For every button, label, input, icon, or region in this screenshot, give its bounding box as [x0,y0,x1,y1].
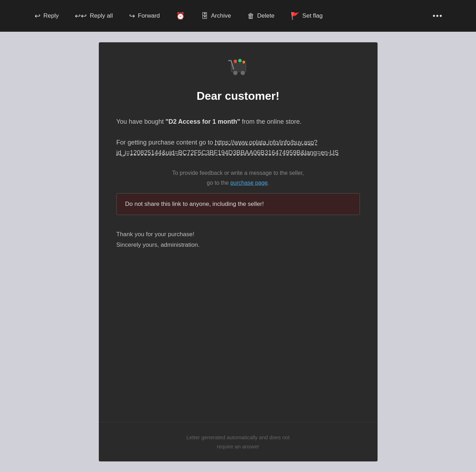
paragraph1-prefix: You have bought [116,118,165,125]
set-flag-label: Set flag [302,12,323,19]
archive-label: Archive [211,12,231,19]
svg-point-1 [234,60,237,63]
reply-all-label: Reply all [90,12,113,19]
reply-all-button[interactable]: ↩↩ Reply all [68,8,119,24]
feedback-line2-prefix: go to the [207,180,230,186]
email-container: Dear customer! You have bought "D2 Acces… [99,42,378,461]
feedback-suffix: . [268,180,269,186]
email-paragraph2: For getting purchase content go to https… [116,137,360,158]
paragraph2-prefix: For getting purchase content go to [116,139,215,146]
set-flag-button[interactable]: 🚩 Set flag [284,8,329,24]
thanks-section: Thank you for your purchase! Sincerely y… [116,229,360,251]
reply-all-icon: ↩↩ [75,12,87,20]
snooze-button[interactable]: ⏰ [170,8,191,24]
email-footer: Letter generated automatically and does … [99,422,378,461]
archive-button[interactable]: 🗄 Archive [195,8,237,24]
delete-icon: 🗑 [247,12,254,20]
warning-box: Do not share this link to anyone, includ… [116,193,360,215]
cart-icon [226,56,251,78]
svg-point-3 [242,61,245,63]
purchase-page-link[interactable]: purchase page [230,180,268,186]
forward-icon: ↪ [129,12,135,20]
toolbar: ↩ Reply ↩↩ Reply all ↪ Forward ⏰ 🗄 Archi… [0,0,476,32]
snooze-icon: ⏰ [176,12,185,20]
reply-button[interactable]: ↩ Reply [28,8,65,24]
delete-label: Delete [257,12,275,19]
footer-line1: Letter generated automatically and does … [186,434,290,440]
archive-icon: 🗄 [201,12,208,20]
svg-point-7 [242,72,243,74]
main-area: Dear customer! You have bought "D2 Acces… [0,32,476,472]
footer-note: Letter generated automatically and does … [116,433,360,451]
forward-button[interactable]: ↪ Forward [123,8,166,24]
email-body: Dear customer! You have bought "D2 Acces… [99,42,378,422]
thanks-line2: Sincerely yours, administration. [116,240,360,251]
thanks-line1: Thank you for your purchase! [116,229,360,240]
flag-icon: 🚩 [291,12,300,20]
svg-point-6 [235,72,236,74]
more-icon: ••• [433,11,443,20]
warning-text: Do not share this link to anyone, includ… [125,201,264,207]
svg-point-2 [238,59,242,62]
footer-line2: require an answer [217,443,259,449]
feedback-section: To provide feedback or write a message t… [116,168,360,187]
email-logo [116,56,360,79]
forward-label: Forward [138,12,160,19]
email-paragraph1: You have bought "D2 Access for 1 month" … [116,117,360,127]
reply-icon: ↩ [35,12,41,20]
paragraph1-highlight: "D2 Access for 1 month" [165,118,240,125]
paragraph1-suffix: from the online store. [240,118,301,125]
reply-label: Reply [43,12,59,19]
feedback-line1: To provide feedback or write a message t… [172,170,304,176]
email-heading: Dear customer! [116,90,360,103]
delete-button[interactable]: 🗑 Delete [241,8,281,24]
more-button[interactable]: ••• [428,8,448,24]
